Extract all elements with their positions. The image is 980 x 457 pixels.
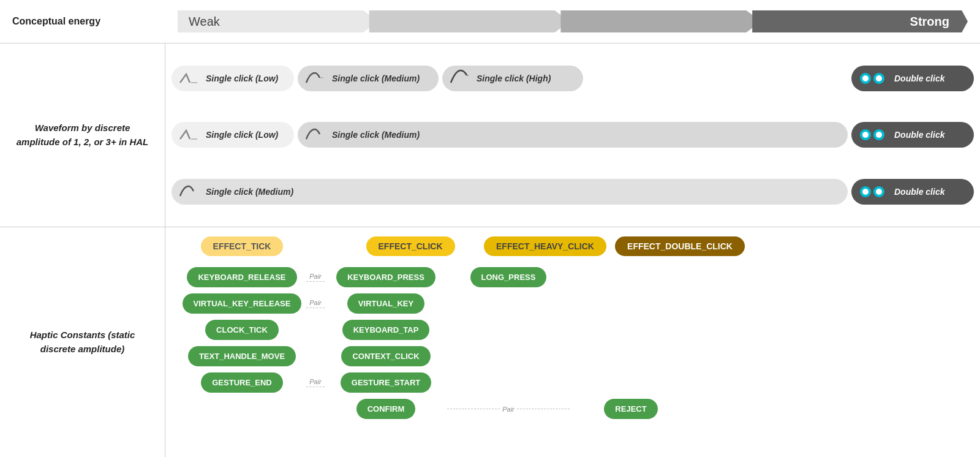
haptic-row-keyboard: KEYBOARD_RELEASE Pair KEYBOARD_PRESS LON… [178, 267, 974, 287]
keyboard-release-btn[interactable]: KEYBOARD_RELEASE [187, 267, 296, 287]
wave-medium-icon-1 [304, 69, 326, 88]
conceptual-energy-label-cell: Conceptual energy [0, 0, 165, 43]
waveform-label-double-1: Double click [894, 74, 944, 83]
haptic-row-gesture: GESTURE_END Pair GESTURE_START [178, 372, 974, 393]
reject-btn[interactable]: REJECT [604, 399, 657, 419]
pair-label-gesture: Pair [309, 378, 322, 385]
keyboard-press-btn[interactable]: KEYBOARD_PRESS [336, 267, 435, 287]
haptic-label-cell: Haptic Constants (static discrete amplit… [0, 227, 165, 457]
waveform-label: Waveform by discrete amplitude of 1, 2, … [12, 121, 153, 149]
waveform-label-double-2: Double click [894, 130, 944, 140]
context-click-btn[interactable]: CONTEXT_CLICK [341, 346, 430, 366]
effect-tick-pill[interactable]: EFFECT_TICK [201, 236, 284, 256]
arrow-bar: Weak Strong [178, 8, 968, 35]
waveform-label-low-2: Single click (Low) [206, 130, 278, 140]
effect-double-click-pill[interactable]: EFFECT_DOUBLE_CLICK [615, 236, 745, 256]
double-icon-2 [858, 126, 888, 144]
waveform-pill-medium-2: Single click (Medium) [298, 122, 848, 148]
gesture-start-btn[interactable]: GESTURE_START [341, 372, 431, 393]
text-handle-move-btn[interactable]: TEXT_HANDLE_MOVE [188, 346, 296, 366]
waveform-pill-double-3: Double click [851, 179, 974, 205]
effect-click-pill[interactable]: EFFECT_CLICK [366, 236, 455, 256]
wave-high-icon-1 [448, 69, 470, 88]
waveform-pill-medium-1: Single click (Medium) [298, 66, 439, 91]
gesture-end-btn[interactable]: GESTURE_END [201, 372, 283, 393]
right-content: Weak Strong Single click (Low) [165, 0, 980, 457]
main-container: Conceptual energy Waveform by discrete a… [0, 0, 980, 457]
virtual-key-release-btn[interactable]: VIRTUAL_KEY_RELEASE [183, 293, 302, 314]
svg-marker-2 [560, 10, 761, 32]
waveform-pill-medium-3: Single click (Medium) [172, 179, 848, 205]
haptic-row-clock: CLOCK_TICK KEYBOARD_TAP [178, 320, 974, 340]
waveform-section: Single click (Low) Single click (Medium) [165, 43, 980, 227]
haptic-row-virtual: VIRTUAL_KEY_RELEASE Pair VIRTUAL_KEY [178, 293, 974, 314]
left-labels: Conceptual energy Waveform by discrete a… [0, 0, 165, 457]
effect-heavy-click-pill[interactable]: EFFECT_HEAVY_CLICK [484, 236, 606, 256]
waveform-label-medium-3: Single click (Medium) [206, 187, 293, 197]
confirm-btn[interactable]: CONFIRM [356, 399, 416, 419]
svg-point-8 [862, 75, 869, 81]
weak-label: Weak [189, 15, 220, 29]
waveform-row-1: Single click (Low) Single click (Medium) [172, 53, 974, 104]
virtual-key-btn[interactable]: VIRTUAL_KEY [347, 293, 424, 314]
waveform-label-medium-2: Single click (Medium) [332, 130, 420, 140]
long-press-btn[interactable]: LONG_PRESS [470, 267, 547, 287]
arrow-bar-svg [178, 8, 968, 35]
keyboard-tap-btn[interactable]: KEYBOARD_TAP [342, 320, 430, 340]
wave-low-icon-2 [178, 126, 200, 144]
clock-tick-btn[interactable]: CLOCK_TICK [205, 320, 279, 340]
waveform-pill-low-1: Single click (Low) [172, 66, 294, 91]
waveform-pill-high-1: Single click (High) [442, 66, 583, 91]
haptic-constants-list: KEYBOARD_RELEASE Pair KEYBOARD_PRESS LON… [172, 267, 974, 419]
pair-label-virtual: Pair [309, 299, 322, 306]
waveform-row-3: Single click (Medium) Double click [172, 166, 974, 217]
wave-medium-icon-3 [178, 183, 200, 201]
svg-point-13 [862, 132, 869, 138]
haptic-label: Haptic Constants (static discrete amplit… [12, 328, 153, 356]
svg-point-17 [862, 189, 869, 195]
svg-point-19 [876, 189, 882, 195]
haptic-section: EFFECT_TICK EFFECT_CLICK EFFECT_HEAVY_CL… [165, 227, 980, 457]
pair-label-keyboard: Pair [309, 273, 322, 280]
double-icon-1 [858, 69, 888, 88]
effects-row: EFFECT_TICK EFFECT_CLICK EFFECT_HEAVY_CL… [172, 236, 974, 256]
haptic-row-confirm: CONFIRM Pair REJECT [178, 399, 974, 419]
wave-low-icon-1 [178, 69, 200, 88]
waveform-label-medium-1: Single click (Medium) [332, 74, 420, 83]
svg-point-15 [876, 132, 882, 138]
haptic-row-text-handle: TEXT_HANDLE_MOVE CONTEXT_CLICK [178, 346, 974, 366]
waveform-label-double-3: Double click [894, 187, 944, 197]
waveform-pill-low-2: Single click (Low) [172, 122, 294, 148]
pair-label-confirm: Pair [500, 406, 517, 413]
waveform-pill-double-2: Double click [851, 122, 974, 148]
waveform-label-cell: Waveform by discrete amplitude of 1, 2, … [0, 43, 165, 227]
waveform-row-2: Single click (Low) Single click (Medium) [172, 109, 974, 161]
arrow-bar-container: Weak Strong [165, 0, 980, 43]
conceptual-energy-label: Conceptual energy [12, 14, 100, 29]
strong-label: Strong [910, 15, 949, 29]
waveform-label-high-1: Single click (High) [477, 74, 551, 83]
svg-point-10 [876, 75, 882, 81]
double-icon-3 [858, 183, 888, 201]
wave-medium-icon-2 [304, 126, 326, 144]
svg-marker-1 [369, 10, 570, 32]
waveform-pill-double-1: Double click [851, 66, 974, 91]
waveform-label-low-1: Single click (Low) [206, 74, 278, 83]
